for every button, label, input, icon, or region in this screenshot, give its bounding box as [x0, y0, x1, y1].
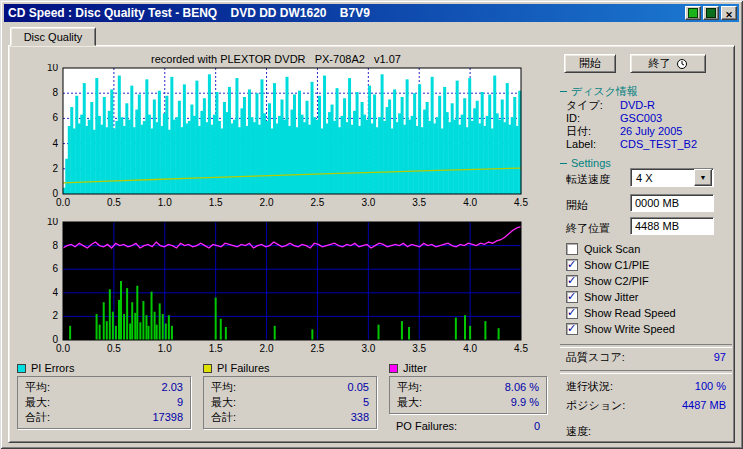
- disc-label-label: Label:: [566, 138, 620, 151]
- disc-info-header-label: ディスク情報: [571, 84, 638, 99]
- stat-label: 合計:: [25, 410, 50, 425]
- stat-value: 9.9 %: [511, 395, 539, 410]
- svg-text:0.5: 0.5: [107, 343, 121, 354]
- checkbox-show-c2-pif[interactable]: Show C2/PIF: [566, 274, 649, 287]
- checkbox-show-c1-pie[interactable]: Show C1/PIE: [566, 258, 649, 271]
- disc-info-header: ディスク情報: [560, 85, 638, 97]
- stat-value: 17398: [152, 410, 183, 425]
- svg-text:2.5: 2.5: [310, 197, 324, 208]
- stat-label: 最大:: [25, 395, 50, 410]
- chevron-down-icon[interactable]: ▼: [694, 169, 712, 186]
- stat-row: 平均:2.03: [25, 380, 183, 395]
- section-dash-icon: [560, 163, 567, 164]
- pi-errors-chart: 10864200.00.51.01.52.02.53.03.54.04.5: [13, 64, 533, 212]
- disc-id-row: ID:GSC003: [566, 112, 726, 125]
- checkbox-icon[interactable]: [566, 275, 578, 287]
- svg-text:2: 2: [52, 310, 58, 321]
- svg-text:0.5: 0.5: [107, 197, 121, 208]
- svg-text:10: 10: [47, 218, 59, 227]
- svg-text:2.5: 2.5: [310, 343, 324, 354]
- jitter-title: Jitter: [403, 362, 427, 374]
- svg-text:3.0: 3.0: [361, 197, 375, 208]
- stat-row: 最大:5: [211, 395, 369, 410]
- titlebar-icon-1-button[interactable]: [685, 6, 701, 20]
- stat-row: 最大:9: [25, 395, 183, 410]
- svg-text:1.0: 1.0: [158, 343, 172, 354]
- svg-text:1.5: 1.5: [209, 197, 223, 208]
- transfer-speed-row: 転送速度 4 X ▼: [558, 168, 734, 188]
- jitter-box: 平均:8.06 % 最大:9.9 %: [389, 376, 547, 414]
- pi-errors-swatch-icon: [17, 364, 26, 373]
- svg-text:4.5: 4.5: [514, 197, 528, 208]
- transfer-speed-value: 4 X: [631, 172, 694, 184]
- stat-value: 9: [177, 395, 183, 410]
- checkbox-label: Show C2/PIF: [584, 275, 649, 287]
- stat-label: 合計:: [211, 410, 236, 425]
- clock-icon: [676, 58, 688, 70]
- stat-label: 最大:: [211, 395, 236, 410]
- po-failures-row: PO Failures: 0: [389, 419, 547, 433]
- stat-row: 平均:8.06 %: [397, 380, 539, 395]
- checkbox-label: Quick Scan: [584, 243, 640, 255]
- jitter-stats: Jitter 平均:8.06 % 最大:9.9 % PO Failures: 0: [389, 361, 547, 433]
- section-dash-icon: [560, 91, 567, 92]
- checkbox-icon[interactable]: [566, 243, 578, 255]
- pi-failures-swatch-icon: [203, 364, 212, 373]
- main-panel: recorded with PLEXTOR DVDR PX-708A2 v1.0…: [8, 45, 735, 443]
- divider: [560, 370, 732, 374]
- stat-label: 平均:: [25, 380, 50, 395]
- stat-value: 338: [351, 410, 369, 425]
- transfer-speed-select[interactable]: 4 X ▼: [630, 168, 714, 187]
- svg-text:6: 6: [52, 263, 58, 274]
- tab-label: Disc Quality: [24, 31, 83, 43]
- stop-button-label: 終了: [649, 56, 671, 71]
- checkbox-icon[interactable]: [566, 307, 578, 319]
- start-position-input[interactable]: [630, 194, 714, 212]
- disc-date-value: 26 July 2005: [620, 125, 682, 137]
- jitter-legend: Jitter: [389, 361, 547, 375]
- stat-label: 平均:: [397, 380, 422, 395]
- stat-label: 平均:: [211, 380, 236, 395]
- quality-score-value: 97: [714, 351, 726, 364]
- start-position-label: 開始: [566, 198, 588, 213]
- end-position-input[interactable]: [630, 217, 714, 235]
- checkbox-label: Show Write Speed: [584, 323, 675, 335]
- checkbox-label: Show Read Speed: [584, 307, 676, 319]
- po-failures-label: PO Failures:: [396, 419, 457, 433]
- checkbox-show-read-speed[interactable]: Show Read Speed: [566, 306, 676, 319]
- checkbox-icon[interactable]: [566, 291, 578, 303]
- svg-text:2: 2: [52, 163, 58, 174]
- checkbox-label: Show Jitter: [584, 291, 638, 303]
- pif-jitter-chart: 10864200.00.51.01.52.02.53.03.54.04.5: [13, 218, 533, 358]
- disc-id-label: ID:: [566, 112, 620, 125]
- disc-date-row: 日付:26 July 2005: [566, 125, 726, 138]
- tab-disc-quality[interactable]: Disc Quality: [10, 27, 96, 46]
- titlebar-icon-2-button[interactable]: [703, 6, 719, 20]
- svg-text:4: 4: [52, 287, 58, 298]
- disc-type-label: タイプ:: [566, 99, 620, 112]
- stop-button[interactable]: 終了: [630, 54, 706, 73]
- start-button[interactable]: 開始: [564, 54, 616, 73]
- checkbox-icon[interactable]: [566, 323, 578, 335]
- quality-score-label: 品質スコア:: [566, 351, 625, 364]
- stat-row: 最大:9.9 %: [397, 395, 539, 410]
- stat-label: 最大:: [397, 395, 422, 410]
- progress-value: 100 %: [695, 380, 726, 393]
- jitter-swatch-icon: [389, 364, 398, 373]
- action-buttons: 開始 終了: [564, 54, 706, 73]
- checkbox-quick-scan[interactable]: Quick Scan: [566, 242, 640, 255]
- stat-row: 合計:17398: [25, 410, 183, 425]
- close-button[interactable]: [721, 6, 737, 20]
- stat-value: 8.06 %: [505, 380, 539, 395]
- position-value: 4487 MB: [682, 399, 726, 412]
- disc-id-value: GSC003: [620, 112, 662, 124]
- quality-score-row: 品質スコア: 97: [566, 351, 726, 364]
- disc-type-row: タイプ:DVD-R: [566, 99, 726, 112]
- checkbox-icon[interactable]: [566, 259, 578, 271]
- speed-label: 速度:: [566, 425, 591, 438]
- svg-text:3.5: 3.5: [412, 197, 426, 208]
- start-position-row: 開始: [558, 194, 734, 214]
- svg-text:8: 8: [52, 240, 58, 251]
- checkbox-show-write-speed[interactable]: Show Write Speed: [566, 322, 675, 335]
- checkbox-show-jitter[interactable]: Show Jitter: [566, 290, 638, 303]
